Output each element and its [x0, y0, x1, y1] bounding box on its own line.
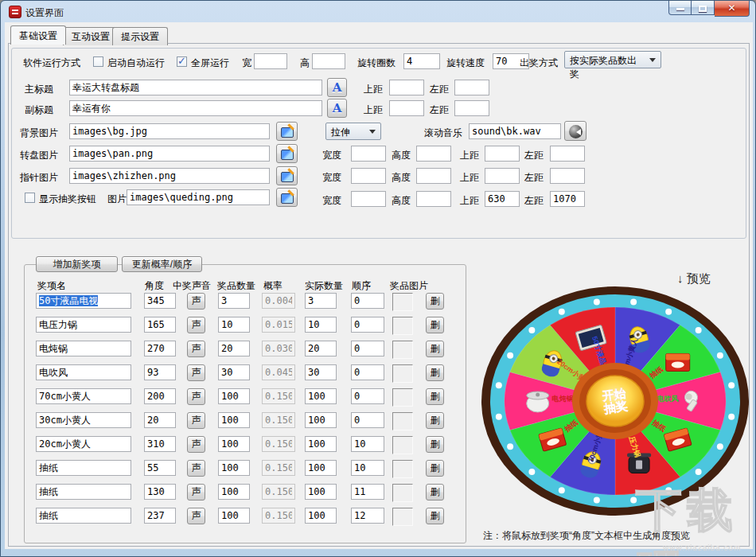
prize-order-input[interactable] — [351, 388, 384, 404]
prize-mode-select[interactable]: 按实际奖品数出奖 — [564, 51, 661, 68]
prize-angle-input[interactable] — [144, 364, 176, 380]
draw-button-height-input[interactable] — [416, 191, 451, 207]
prize-qty-input[interactable] — [218, 436, 250, 452]
tab-basic-settings[interactable]: 基础设置 — [10, 25, 66, 45]
prize-order-input[interactable] — [351, 484, 384, 500]
wheel-height-input[interactable] — [416, 146, 451, 162]
sub-title-top-input[interactable] — [389, 100, 424, 116]
prize-name-input[interactable]: 30cm小黄人 — [36, 412, 131, 428]
sub-title-left-input[interactable] — [454, 100, 489, 116]
music-play-button[interactable] — [564, 121, 586, 141]
prize-actual-qty-input[interactable] — [305, 508, 337, 524]
prize-qty-input[interactable] — [218, 364, 250, 380]
prize-order-input[interactable] — [351, 508, 384, 524]
pointer-height-input[interactable] — [416, 168, 451, 184]
prize-actual-qty-input[interactable] — [305, 484, 337, 500]
prize-actual-qty-input[interactable] — [305, 412, 337, 428]
width-input[interactable] — [254, 53, 287, 69]
height-input[interactable] — [312, 53, 345, 69]
show-draw-button-checkbox[interactable] — [25, 193, 35, 203]
prize-order-input[interactable] — [351, 412, 384, 428]
prize-image-box[interactable] — [392, 484, 413, 502]
prize-image-box[interactable] — [392, 508, 413, 526]
wheel-left-input[interactable] — [550, 146, 585, 162]
bg-stretch-select[interactable]: 拉伸 — [325, 123, 381, 140]
delete-prize-button[interactable]: 删 — [426, 317, 444, 333]
play-sound-button[interactable]: 声 — [187, 484, 205, 501]
wheel-top-input[interactable] — [485, 146, 520, 162]
delete-prize-button[interactable]: 删 — [426, 388, 444, 405]
draw-button-top-input[interactable] — [485, 191, 520, 207]
play-sound-button[interactable]: 声 — [187, 388, 205, 405]
prize-actual-qty-input[interactable] — [305, 317, 337, 333]
prize-image-box[interactable] — [392, 412, 413, 430]
play-sound-button[interactable]: 声 — [187, 293, 205, 310]
prize-name-input[interactable]: 50寸液晶电视 — [36, 293, 131, 309]
bg-image-browse-button[interactable] — [276, 122, 298, 141]
delete-prize-button[interactable]: 删 — [426, 293, 444, 310]
laps-input[interactable] — [403, 53, 440, 69]
pointer-left-input[interactable] — [550, 168, 585, 184]
play-sound-button[interactable]: 声 — [187, 436, 205, 453]
prize-order-input[interactable] — [351, 436, 384, 452]
fullscreen-checkbox[interactable] — [177, 56, 187, 67]
play-sound-button[interactable]: 声 — [187, 508, 205, 524]
prize-actual-qty-input[interactable] — [305, 341, 337, 356]
prize-image-box[interactable] — [392, 436, 413, 454]
pointer-image-input[interactable] — [69, 168, 270, 184]
prize-actual-qty-input[interactable] — [305, 293, 337, 309]
wheel-width-input[interactable] — [351, 146, 386, 162]
prize-name-input[interactable]: 抽纸 — [36, 460, 131, 476]
prize-qty-input[interactable] — [218, 388, 250, 404]
prize-qty-input[interactable] — [218, 460, 250, 476]
tab-hint-settings[interactable]: 提示设置 — [112, 27, 168, 45]
prize-image-box[interactable] — [392, 317, 413, 335]
prize-order-input[interactable] — [351, 341, 384, 356]
prize-order-input[interactable] — [351, 293, 384, 309]
prize-image-box[interactable] — [392, 364, 413, 383]
prize-name-input[interactable]: 70cm小黄人 — [36, 388, 131, 404]
play-sound-button[interactable]: 声 — [187, 317, 205, 333]
draw-button-image-input[interactable] — [127, 189, 270, 205]
prize-angle-input[interactable] — [144, 460, 176, 476]
prize-qty-input[interactable] — [218, 508, 250, 524]
prize-qty-input[interactable] — [218, 341, 250, 356]
prize-order-input[interactable] — [351, 364, 384, 380]
play-sound-button[interactable]: 声 — [187, 412, 205, 429]
play-sound-button[interactable]: 声 — [187, 341, 205, 357]
prize-angle-input[interactable] — [144, 293, 176, 309]
prize-image-box[interactable] — [392, 388, 413, 407]
main-title-top-input[interactable] — [389, 80, 424, 95]
play-sound-button[interactable]: 声 — [187, 460, 205, 477]
prize-angle-input[interactable] — [144, 412, 176, 428]
prize-actual-qty-input[interactable] — [305, 460, 337, 476]
prize-name-input[interactable]: 20cm小黄人 — [36, 436, 131, 452]
add-prize-button[interactable]: 增加新奖项 — [36, 256, 118, 272]
pointer-image-browse-button[interactable] — [276, 166, 298, 185]
wheel-image-input[interactable] — [69, 146, 270, 162]
delete-prize-button[interactable]: 删 — [426, 436, 444, 453]
prize-angle-input[interactable] — [144, 436, 176, 452]
pointer-top-input[interactable] — [485, 168, 520, 184]
prize-order-input[interactable] — [351, 317, 384, 333]
autorun-checkbox[interactable] — [93, 56, 103, 67]
delete-prize-button[interactable]: 删 — [426, 460, 444, 477]
main-title-left-input[interactable] — [454, 80, 489, 95]
prize-name-input[interactable]: 抽纸 — [36, 508, 131, 524]
music-input[interactable] — [469, 123, 561, 139]
wheel-image-browse-button[interactable] — [276, 144, 298, 163]
prize-name-input[interactable]: 电炖锅 — [36, 341, 131, 356]
sub-title-font-button[interactable]: A — [327, 99, 347, 118]
delete-prize-button[interactable]: 删 — [426, 484, 444, 501]
draw-button-left-input[interactable] — [550, 191, 585, 207]
bg-image-input[interactable] — [69, 123, 270, 139]
title-bar[interactable]: 设置界面 ✕ — [1, 1, 755, 22]
prize-angle-input[interactable] — [144, 508, 176, 524]
prize-name-input[interactable]: 抽纸 — [36, 484, 131, 500]
delete-prize-button[interactable]: 删 — [426, 508, 444, 524]
draw-button-width-input[interactable] — [351, 191, 386, 207]
prize-qty-input[interactable] — [218, 412, 250, 428]
prize-qty-input[interactable] — [218, 484, 250, 500]
pointer-width-input[interactable] — [351, 168, 386, 184]
prize-actual-qty-input[interactable] — [305, 364, 337, 380]
